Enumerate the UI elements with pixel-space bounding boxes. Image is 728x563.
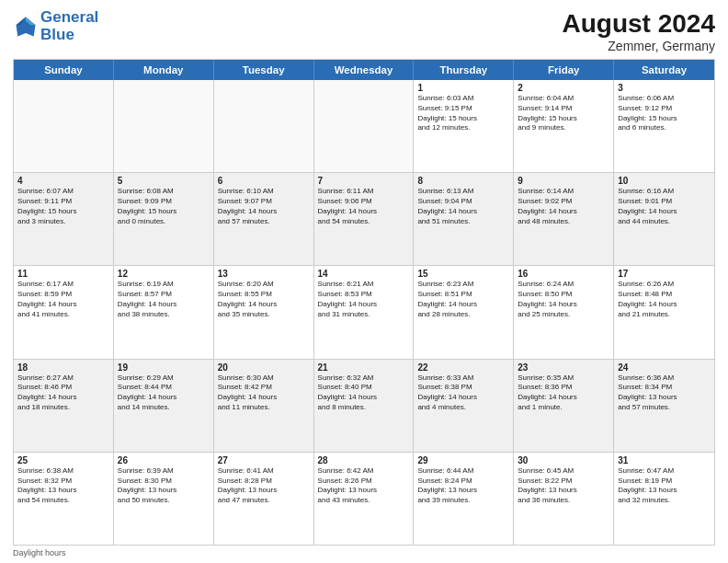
cell-text: Sunrise: 6:32 AM Sunset: 8:40 PM Dayligh… (318, 373, 410, 413)
day-number: 31 (618, 455, 711, 465)
month-year: August 2024 (563, 9, 716, 39)
cell-text: Sunrise: 6:24 AM Sunset: 8:50 PM Dayligh… (518, 280, 609, 319)
cell-text: Sunrise: 6:08 AM Sunset: 9:09 PM Dayligh… (118, 187, 210, 226)
cal-cell (114, 80, 214, 172)
cell-text: Sunrise: 6:04 AM Sunset: 9:14 PM Dayligh… (518, 94, 609, 133)
cal-cell: 11Sunrise: 6:17 AM Sunset: 8:59 PM Dayli… (14, 266, 114, 358)
cell-text: Sunrise: 6:20 AM Sunset: 8:55 PM Dayligh… (218, 280, 310, 319)
day-number: 8 (417, 176, 509, 186)
day-header-thursday: Thursday (414, 60, 514, 80)
cell-text: Sunrise: 6:39 AM Sunset: 8:30 PM Dayligh… (118, 466, 210, 506)
cal-cell: 18Sunrise: 6:27 AM Sunset: 8:46 PM Dayli… (14, 360, 114, 452)
cell-text: Sunrise: 6:23 AM Sunset: 8:51 PM Dayligh… (417, 280, 509, 319)
cal-cell: 10Sunrise: 6:16 AM Sunset: 9:01 PM Dayli… (614, 173, 714, 265)
day-number: 24 (618, 362, 711, 373)
day-header-friday: Friday (514, 60, 614, 80)
week-row-4: 18Sunrise: 6:27 AM Sunset: 8:46 PM Dayli… (14, 360, 714, 453)
day-number: 20 (218, 362, 310, 373)
cell-text: Sunrise: 6:36 AM Sunset: 8:34 PM Dayligh… (618, 373, 711, 413)
cal-cell: 13Sunrise: 6:20 AM Sunset: 8:55 PM Dayli… (214, 266, 314, 358)
calendar: SundayMondayTuesdayWednesdayThursdayFrid… (13, 59, 715, 546)
location: Zemmer, Germany (563, 39, 716, 53)
day-number: 23 (518, 362, 609, 373)
cal-cell: 22Sunrise: 6:33 AM Sunset: 8:38 PM Dayli… (414, 360, 514, 452)
cal-cell: 4Sunrise: 6:07 AM Sunset: 9:11 PM Daylig… (14, 173, 114, 265)
cal-cell: 20Sunrise: 6:30 AM Sunset: 8:42 PM Dayli… (214, 360, 314, 452)
cal-cell: 29Sunrise: 6:44 AM Sunset: 8:24 PM Dayli… (414, 453, 514, 545)
week-row-1: 1Sunrise: 6:03 AM Sunset: 9:15 PM Daylig… (14, 80, 714, 173)
logo-icon (13, 14, 39, 40)
day-header-saturday: Saturday (614, 60, 714, 80)
day-number: 1 (417, 83, 509, 93)
cal-cell: 8Sunrise: 6:13 AM Sunset: 9:04 PM Daylig… (414, 173, 514, 265)
day-number: 25 (17, 455, 109, 465)
cell-text: Sunrise: 6:13 AM Sunset: 9:04 PM Dayligh… (417, 187, 509, 226)
day-number: 12 (118, 269, 210, 279)
day-number: 5 (118, 176, 210, 186)
cell-text: Sunrise: 6:44 AM Sunset: 8:24 PM Dayligh… (417, 466, 509, 506)
day-number: 22 (417, 362, 509, 373)
cal-cell: 16Sunrise: 6:24 AM Sunset: 8:50 PM Dayli… (514, 266, 614, 358)
day-number: 18 (17, 362, 109, 373)
day-number: 9 (518, 176, 609, 186)
cell-text: Sunrise: 6:03 AM Sunset: 9:15 PM Dayligh… (417, 94, 509, 133)
logo-general: General (40, 8, 98, 26)
cal-cell (214, 80, 314, 172)
day-number: 10 (618, 176, 711, 186)
day-number: 17 (618, 269, 711, 279)
footer-note: Daylight hours (13, 548, 715, 557)
week-row-3: 11Sunrise: 6:17 AM Sunset: 8:59 PM Dayli… (14, 266, 714, 359)
cell-text: Sunrise: 6:26 AM Sunset: 8:48 PM Dayligh… (618, 280, 711, 319)
day-header-wednesday: Wednesday (314, 60, 415, 80)
cell-text: Sunrise: 6:11 AM Sunset: 9:06 PM Dayligh… (318, 187, 410, 226)
cell-text: Sunrise: 6:07 AM Sunset: 9:11 PM Dayligh… (17, 187, 109, 226)
cal-cell: 30Sunrise: 6:45 AM Sunset: 8:22 PM Dayli… (514, 453, 614, 545)
day-header-tuesday: Tuesday (214, 60, 314, 80)
cal-cell: 17Sunrise: 6:26 AM Sunset: 8:48 PM Dayli… (614, 266, 714, 358)
cell-text: Sunrise: 6:21 AM Sunset: 8:53 PM Dayligh… (318, 280, 410, 319)
day-number: 16 (518, 269, 609, 279)
cal-cell: 25Sunrise: 6:38 AM Sunset: 8:32 PM Dayli… (14, 453, 114, 545)
calendar-header-row: SundayMondayTuesdayWednesdayThursdayFrid… (14, 60, 714, 80)
day-number: 7 (318, 176, 410, 186)
cal-cell: 23Sunrise: 6:35 AM Sunset: 8:36 PM Dayli… (514, 360, 614, 452)
cal-cell (314, 80, 415, 172)
cal-cell (14, 80, 114, 172)
day-number: 11 (17, 269, 109, 279)
cell-text: Sunrise: 6:45 AM Sunset: 8:22 PM Dayligh… (518, 466, 609, 506)
day-number: 19 (118, 362, 210, 373)
cal-cell: 26Sunrise: 6:39 AM Sunset: 8:30 PM Dayli… (114, 453, 214, 545)
day-number: 29 (417, 455, 509, 465)
day-number: 13 (218, 269, 310, 279)
header: General Blue August 2024 Zemmer, Germany (13, 9, 715, 53)
day-number: 2 (518, 83, 609, 93)
cell-text: Sunrise: 6:47 AM Sunset: 8:19 PM Dayligh… (618, 466, 711, 506)
day-number: 14 (318, 269, 410, 279)
day-number: 26 (118, 455, 210, 465)
cell-text: Sunrise: 6:10 AM Sunset: 9:07 PM Dayligh… (218, 187, 310, 226)
day-header-monday: Monday (114, 60, 214, 80)
cal-cell: 7Sunrise: 6:11 AM Sunset: 9:06 PM Daylig… (314, 173, 415, 265)
cal-cell: 27Sunrise: 6:41 AM Sunset: 8:28 PM Dayli… (214, 453, 314, 545)
cell-text: Sunrise: 6:17 AM Sunset: 8:59 PM Dayligh… (17, 280, 109, 319)
cal-cell: 6Sunrise: 6:10 AM Sunset: 9:07 PM Daylig… (214, 173, 314, 265)
cal-cell: 28Sunrise: 6:42 AM Sunset: 8:26 PM Dayli… (314, 453, 415, 545)
calendar-body: 1Sunrise: 6:03 AM Sunset: 9:15 PM Daylig… (14, 80, 714, 545)
day-number: 21 (318, 362, 410, 373)
day-number: 30 (518, 455, 609, 465)
cell-text: Sunrise: 6:29 AM Sunset: 8:44 PM Dayligh… (118, 373, 210, 413)
day-number: 4 (17, 176, 109, 186)
week-row-5: 25Sunrise: 6:38 AM Sunset: 8:32 PM Dayli… (14, 453, 714, 545)
day-number: 27 (218, 455, 310, 465)
cal-cell: 31Sunrise: 6:47 AM Sunset: 8:19 PM Dayli… (614, 453, 714, 545)
cal-cell: 21Sunrise: 6:32 AM Sunset: 8:40 PM Dayli… (314, 360, 415, 452)
cell-text: Sunrise: 6:27 AM Sunset: 8:46 PM Dayligh… (17, 373, 109, 413)
cal-cell: 14Sunrise: 6:21 AM Sunset: 8:53 PM Dayli… (314, 266, 415, 358)
cal-cell: 15Sunrise: 6:23 AM Sunset: 8:51 PM Dayli… (414, 266, 514, 358)
cell-text: Sunrise: 6:30 AM Sunset: 8:42 PM Dayligh… (218, 373, 310, 413)
day-number: 15 (417, 269, 509, 279)
day-number: 3 (618, 83, 711, 93)
cell-text: Sunrise: 6:35 AM Sunset: 8:36 PM Dayligh… (518, 373, 609, 413)
day-number: 6 (218, 176, 310, 186)
cal-cell: 9Sunrise: 6:14 AM Sunset: 9:02 PM Daylig… (514, 173, 614, 265)
